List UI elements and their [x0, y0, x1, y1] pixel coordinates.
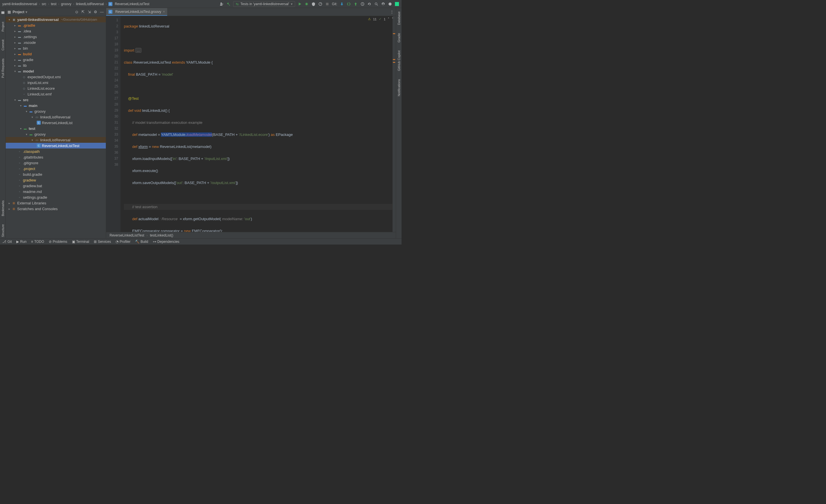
- tree-item[interactable]: ▬.vscode: [6, 40, 106, 45]
- tree-item-selected[interactable]: CReverseLinkedListTest: [6, 143, 106, 148]
- tree-item[interactable]: ▫settings.gradle: [6, 194, 106, 200]
- project-panel-title[interactable]: Project: [13, 10, 72, 14]
- debug-icon[interactable]: [304, 2, 309, 6]
- tree-item[interactable]: ▫.classpath: [6, 148, 106, 154]
- project-tool-icon[interactable]: [1, 10, 5, 15]
- project-tool-label[interactable]: Project: [1, 21, 5, 33]
- vcs-update-icon[interactable]: [340, 2, 344, 6]
- tree-item[interactable]: ▬model: [6, 68, 106, 74]
- tree-item[interactable]: ▫.gitattributes: [6, 154, 106, 160]
- left-tool-gutter: Project Commit Pull Requests Bookmarks S…: [0, 8, 6, 238]
- editor-body[interactable]: 1231718192021222324252627282930313233343…: [106, 16, 396, 232]
- history-icon[interactable]: [360, 2, 365, 6]
- code-editor[interactable]: package linkedListReversal import ... cl…: [120, 16, 392, 232]
- status-crumb-class[interactable]: ReverseLinkedListTest: [110, 233, 144, 237]
- next-highlight-icon[interactable]: ˅: [392, 17, 394, 21]
- copilot-tool-label[interactable]: GitHub Copilot: [397, 49, 401, 72]
- editor-tab[interactable]: C ReverseLinkedListTest.groovy ×: [106, 8, 167, 16]
- copilot-icon[interactable]: [388, 2, 392, 6]
- vcs-push-icon[interactable]: [353, 2, 358, 6]
- tree-item[interactable]: ▫.project: [6, 166, 106, 172]
- tree-item[interactable]: ▬test: [6, 126, 106, 131]
- tree-item[interactable]: ▬lib: [6, 63, 106, 68]
- build-tool-button[interactable]: 🔨Build: [135, 240, 148, 244]
- bookmarks-tool-label[interactable]: Bookmarks: [1, 199, 5, 217]
- add-user-icon[interactable]: [219, 2, 224, 6]
- breadcrumb-class[interactable]: ReverseLinkedListTest: [115, 2, 150, 6]
- profiler-tool-button[interactable]: ◔Profiler: [116, 240, 130, 244]
- tree-item[interactable]: ▬.gradle: [6, 22, 106, 28]
- pr-tool-label[interactable]: Pull Requests: [1, 57, 5, 79]
- run-icon[interactable]: [297, 2, 302, 6]
- tree-item[interactable]: ▬groovy: [6, 108, 106, 114]
- xml-file-icon: ◇: [22, 86, 26, 90]
- tab-label: ReverseLinkedListTest.groovy: [115, 10, 161, 14]
- tree-item[interactable]: ◇expectedOutput.xmi: [6, 74, 106, 80]
- structure-tool-label[interactable]: Structure: [1, 223, 5, 238]
- editor-scrollbar-marks[interactable]: [392, 16, 396, 232]
- services-tool-button[interactable]: ⊞Services: [94, 240, 111, 244]
- todo-tool-button[interactable]: ≡TODO: [31, 240, 44, 244]
- breadcrumb-root[interactable]: yamtl-linkedlistreversal: [2, 2, 37, 6]
- fold-region[interactable]: ...: [135, 48, 141, 53]
- tree-item[interactable]: ▭linkedListReversal: [6, 114, 106, 120]
- breadcrumb-test[interactable]: test: [51, 2, 56, 6]
- inspections-widget[interactable]: ⚠11 ✓1 ˄ ˅: [368, 17, 394, 21]
- ide-logo-icon[interactable]: [395, 2, 399, 6]
- tree-item[interactable]: ▬.settings: [6, 34, 106, 40]
- run-tool-button[interactable]: ▶Run: [16, 240, 26, 244]
- tree-item[interactable]: ▫.gitignore: [6, 160, 106, 166]
- tree-item[interactable]: ◇inputList.xmi: [6, 80, 106, 85]
- run-configuration-selector[interactable]: ⇆ Tests in 'yamtl-linkedlistreversal' ▾: [233, 1, 295, 7]
- breadcrumb-src[interactable]: src: [42, 2, 46, 6]
- project-tree[interactable]: ▣yamtl-linkedlistreversal~/Documents/Git…: [6, 16, 106, 238]
- git-tool-button[interactable]: ⎇Git: [2, 240, 12, 244]
- tree-item[interactable]: ▫gradlew.bat: [6, 183, 106, 189]
- vcs-commit-icon[interactable]: [347, 2, 351, 6]
- breadcrumb-groovy[interactable]: groovy: [61, 2, 71, 6]
- folder-icon: ▬: [17, 23, 22, 27]
- collapse-all-icon[interactable]: ⇲: [87, 10, 92, 14]
- tree-root[interactable]: ▣yamtl-linkedlistreversal~/Documents/Git…: [6, 17, 106, 22]
- tree-item[interactable]: ▫readme.md: [6, 189, 106, 194]
- tree-item[interactable]: ◇LinkedList.ecore: [6, 85, 106, 91]
- tree-item[interactable]: ▫LinkedList.emf: [6, 91, 106, 97]
- terminal-tool-button[interactable]: ▣Terminal: [72, 240, 89, 244]
- tree-item[interactable]: ▬src: [6, 97, 106, 103]
- breadcrumb-pkg[interactable]: linkedListReversal: [76, 2, 104, 6]
- tree-item[interactable]: ▬.idea: [6, 28, 106, 34]
- problems-tool-button[interactable]: ⊘Problems: [49, 240, 67, 244]
- hammer-build-icon[interactable]: [226, 2, 231, 6]
- profile-icon[interactable]: [318, 2, 322, 6]
- status-crumb-method[interactable]: testLinkedList(): [150, 233, 173, 237]
- tree-item[interactable]: CReverseLinkedList: [6, 120, 106, 126]
- panel-settings-icon[interactable]: ⚙: [93, 10, 98, 14]
- dependencies-tool-button[interactable]: ⊶Dependencies: [153, 240, 180, 244]
- tree-item[interactable]: ▬build: [6, 51, 106, 57]
- tree-item[interactable]: ▬bin: [6, 45, 106, 51]
- tab-options-icon[interactable]: ⋮: [390, 10, 394, 14]
- search-icon[interactable]: [374, 2, 378, 6]
- gradle-tool-label[interactable]: Gradle: [397, 32, 401, 44]
- tree-external-libs[interactable]: ⊞External Libraries: [6, 200, 106, 206]
- editor-breadcrumb-bar: ReverseLinkedListTest › testLinkedList(): [106, 232, 396, 238]
- tree-item[interactable]: ▭linkedListReversal: [6, 137, 106, 143]
- commit-tool-label[interactable]: Commit: [1, 39, 5, 52]
- hide-panel-icon[interactable]: —: [100, 10, 104, 14]
- select-opened-file-icon[interactable]: ⊙: [74, 10, 79, 14]
- database-tool-label[interactable]: Database: [397, 10, 401, 26]
- tree-item[interactable]: ▫build.gradle: [6, 172, 106, 177]
- settings-icon[interactable]: [381, 2, 386, 6]
- notifications-tool-label[interactable]: Notifications: [397, 78, 401, 98]
- tree-item[interactable]: ▬main: [6, 103, 106, 108]
- expand-all-icon[interactable]: ⇱: [80, 10, 85, 14]
- tree-item[interactable]: ▬groovy: [6, 131, 106, 137]
- tree-item[interactable]: ▬gradle: [6, 57, 106, 63]
- prev-highlight-icon[interactable]: ˄: [388, 17, 390, 21]
- coverage-icon[interactable]: [311, 2, 316, 6]
- tree-scratches[interactable]: ⊞Scratches and Consoles: [6, 206, 106, 211]
- stop-icon[interactable]: [325, 2, 330, 6]
- close-tab-icon[interactable]: ×: [163, 10, 165, 14]
- rollback-icon[interactable]: [367, 2, 372, 6]
- tree-item[interactable]: ▫gradlew: [6, 177, 106, 183]
